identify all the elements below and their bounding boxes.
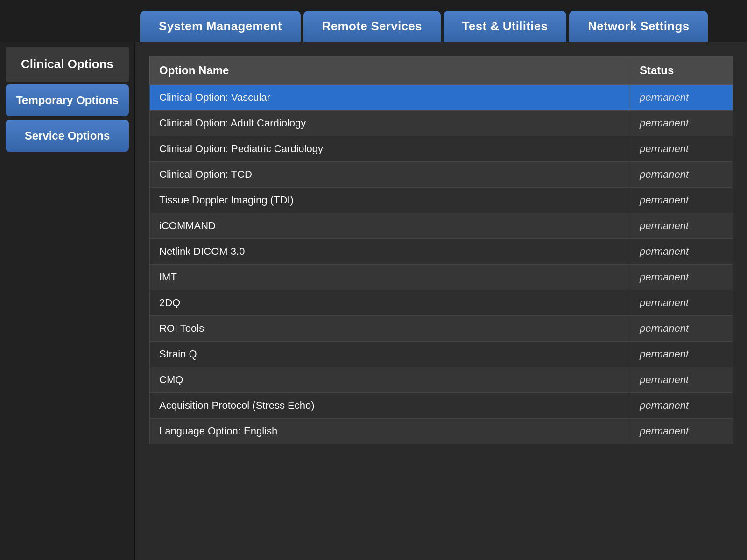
sidebar: Clinical Options Temporary Options Servi…	[0, 42, 135, 560]
option-name-cell: Strain Q	[150, 342, 630, 367]
option-status-cell: permanent	[630, 265, 733, 290]
option-name-cell: Acquisition Protocol (Stress Echo)	[150, 393, 630, 419]
table-row[interactable]: Acquisition Protocol (Stress Echo)perman…	[150, 393, 733, 419]
table-row[interactable]: Clinical Option: Vascularpermanent	[150, 85, 733, 111]
option-status-cell: permanent	[630, 85, 733, 111]
option-status-cell: permanent	[630, 419, 733, 444]
nav-tab-test-utilities[interactable]: Test & Utilities	[444, 11, 566, 42]
table-row[interactable]: Clinical Option: Adult Cardiologypermane…	[150, 111, 733, 136]
option-name-cell: ROI Tools	[150, 316, 630, 342]
option-name-cell: 2DQ	[150, 290, 630, 316]
options-table: Option Name Status Clinical Option: Vasc…	[149, 56, 733, 444]
option-name-cell: Language Option: English	[150, 419, 630, 444]
column-header-name: Option Name	[150, 56, 630, 85]
table-row[interactable]: Language Option: Englishpermanent	[150, 419, 733, 444]
table-row[interactable]: Tissue Doppler Imaging (TDI)permanent	[150, 188, 733, 213]
nav-tab-system-management[interactable]: System Management	[140, 11, 301, 42]
option-status-cell: permanent	[630, 239, 733, 265]
option-name-cell: iCOMMAND	[150, 213, 630, 239]
table-row[interactable]: iCOMMANDpermanent	[150, 213, 733, 239]
option-name-cell: Tissue Doppler Imaging (TDI)	[150, 188, 630, 213]
column-header-status: Status	[630, 56, 733, 85]
table-row[interactable]: 2DQpermanent	[150, 290, 733, 316]
option-name-cell: CMQ	[150, 367, 630, 393]
table-row[interactable]: Clinical Option: TCDpermanent	[150, 162, 733, 188]
option-status-cell: permanent	[630, 342, 733, 367]
option-name-cell: Clinical Option: Adult Cardiology	[150, 111, 630, 136]
option-status-cell: permanent	[630, 188, 733, 213]
option-status-cell: permanent	[630, 290, 733, 316]
table-row[interactable]: ROI Toolspermanent	[150, 316, 733, 342]
top-navigation: System ManagementRemote ServicesTest & U…	[0, 0, 747, 42]
table-header-row: Option Name Status	[150, 56, 733, 85]
table-row[interactable]: Netlink DICOM 3.0permanent	[150, 239, 733, 265]
nav-tab-remote-services[interactable]: Remote Services	[303, 11, 441, 42]
nav-tab-network-settings[interactable]: Network Settings	[569, 11, 708, 42]
option-name-cell: Clinical Option: Vascular	[150, 85, 630, 111]
option-name-cell: Clinical Option: Pediatric Cardiology	[150, 136, 630, 162]
option-status-cell: permanent	[630, 111, 733, 136]
option-name-cell: IMT	[150, 265, 630, 290]
table-row[interactable]: Strain Qpermanent	[150, 342, 733, 367]
service-options-button[interactable]: Service Options	[6, 120, 129, 152]
option-status-cell: permanent	[630, 393, 733, 419]
table-row[interactable]: IMTpermanent	[150, 265, 733, 290]
option-name-cell: Clinical Option: TCD	[150, 162, 630, 188]
table-row[interactable]: Clinical Option: Pediatric Cardiologyper…	[150, 136, 733, 162]
option-status-cell: permanent	[630, 213, 733, 239]
main-content: Clinical Options Temporary Options Servi…	[0, 42, 747, 560]
option-name-cell: Netlink DICOM 3.0	[150, 239, 630, 265]
temporary-options-button[interactable]: Temporary Options	[6, 84, 129, 116]
table-row[interactable]: CMQpermanent	[150, 367, 733, 393]
option-status-cell: permanent	[630, 367, 733, 393]
content-area: Option Name Status Clinical Option: Vasc…	[135, 42, 747, 560]
option-status-cell: permanent	[630, 136, 733, 162]
option-status-cell: permanent	[630, 162, 733, 188]
clinical-options-label: Clinical Options	[6, 47, 129, 82]
option-status-cell: permanent	[630, 316, 733, 342]
